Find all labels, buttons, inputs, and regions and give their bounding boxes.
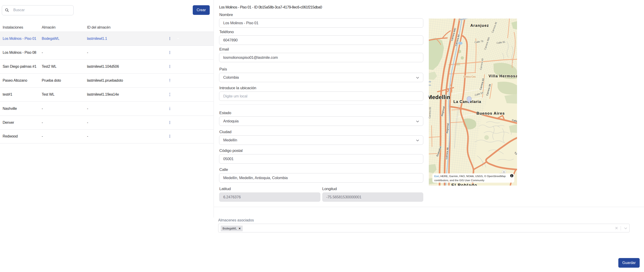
svg-text:El Poblado: El Poblado <box>451 183 477 185</box>
svg-text:Esri, HERE, Garmin, FAO, NOAA,: Esri, HERE, Garmin, FAO, NOAA, USGS, © O… <box>434 174 506 177</box>
svg-text:Carrera 65: Carrera 65 <box>429 107 431 119</box>
svg-text:ada: ada <box>429 80 431 83</box>
svg-text:Medellin: Medellin <box>429 94 450 100</box>
svg-text:Clinica Ces: Clinica Ces <box>464 75 476 78</box>
svg-text:Aranjuez: Aranjuez <box>470 23 489 27</box>
svg-text:50: 50 <box>503 171 505 173</box>
svg-text:Buenos Aires: Buenos Aires <box>476 111 505 115</box>
svg-text:eso: eso <box>429 84 431 86</box>
svg-text:Villa Hermosa: Villa Hermosa <box>488 74 517 78</box>
svg-text:contributors, and the GIS User: contributors, and the GIS User Community <box>434 179 484 182</box>
